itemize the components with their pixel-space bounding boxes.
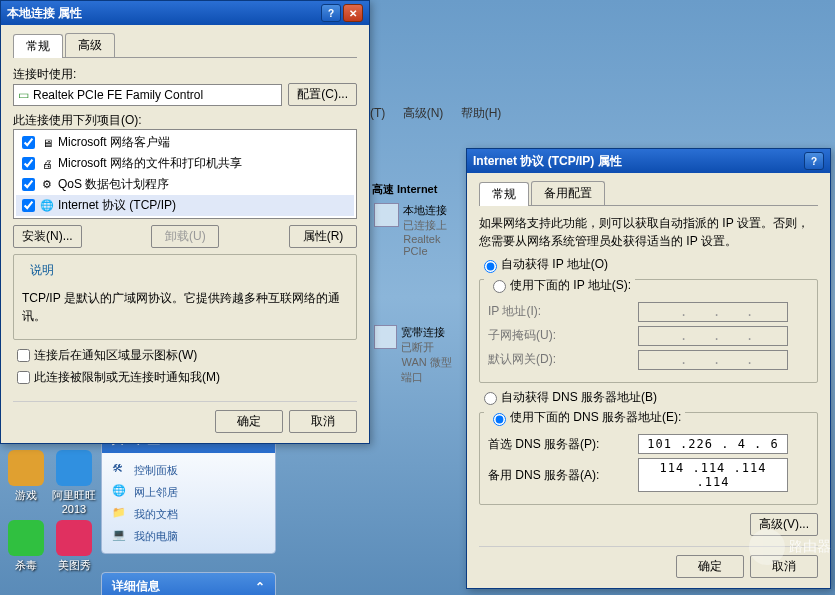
connection-icon	[374, 203, 399, 227]
documents-icon: 📁	[112, 506, 128, 522]
notify-checkbox-row[interactable]: 连接后在通知区域显示图标(W)	[13, 346, 357, 365]
sidebar-link-control-panel[interactable]: 🛠控制面板	[112, 459, 265, 481]
desktop-icon-label: 美图秀	[52, 558, 96, 573]
network-item[interactable]: 🖨Microsoft 网络的文件和打印机共享	[16, 153, 354, 174]
item-checkbox[interactable]	[22, 178, 35, 191]
sidebar-link-computer[interactable]: 💻我的电脑	[112, 525, 265, 547]
desktop-icon[interactable]: 美图秀	[52, 520, 96, 573]
connection-item[interactable]: 宽带连接 已断开 WAN 微型端口	[370, 321, 465, 389]
sidebar-details: 详细信息 ⌃	[101, 572, 276, 595]
connection-status: 已断开	[401, 340, 461, 355]
sidebar-title: 详细信息	[112, 578, 160, 595]
network-item[interactable]: ⚙QoS 数据包计划程序	[16, 174, 354, 195]
sidebar-other-places: 其它位置 ⌃ 🛠控制面板 🌐网上邻居 📁我的文档 💻我的电脑	[101, 425, 276, 554]
ip-auto-label: 自动获得 IP 地址(O)	[501, 256, 608, 273]
tcpip-properties-dialog: Internet 协议 (TCP/IP) 属性 ? 常规 备用配置 如果网络支持…	[466, 148, 831, 589]
description-title: 说明	[26, 262, 58, 279]
limited-checkbox-row[interactable]: 此连接被限制或无连接时通知我(M)	[13, 368, 357, 387]
item-checkbox[interactable]	[22, 199, 35, 212]
item-checkbox[interactable]	[22, 136, 35, 149]
cancel-button[interactable]: 取消	[289, 410, 357, 433]
protocol-icon: 🌐	[39, 198, 55, 214]
tab-alternate[interactable]: 备用配置	[531, 181, 605, 205]
desktop-icon[interactable]: 阿里旺旺2013	[52, 450, 96, 515]
watermark-text: 路由器	[789, 538, 831, 556]
configure-button[interactable]: 配置(C)...	[288, 83, 357, 106]
tab-general[interactable]: 常规	[13, 34, 63, 58]
tab-advanced[interactable]: 高级	[65, 33, 115, 57]
ip-manual-label: 使用下面的 IP 地址(S):	[510, 277, 631, 294]
sidebar-header[interactable]: 详细信息 ⌃	[102, 573, 275, 595]
connections-header: 高速 Internet	[370, 180, 465, 199]
adapter-field: ▭ Realtek PCIe FE Family Control	[13, 84, 282, 106]
install-button[interactable]: 安装(N)...	[13, 225, 82, 248]
sidebar-link-label: 控制面板	[134, 463, 178, 478]
network-item[interactable]: 🖥Microsoft 网络客户端	[16, 132, 354, 153]
local-connection-properties-dialog: 本地连接 属性 ? ✕ 常规 高级 连接时使用: ▭ Realtek PCIe …	[0, 0, 370, 444]
close-button[interactable]: ✕	[343, 4, 363, 22]
ip-auto-row[interactable]: 自动获得 IP 地址(O)	[479, 256, 818, 273]
connection-icon	[374, 325, 397, 349]
uninstall-button[interactable]: 卸载(U)	[151, 225, 219, 248]
description-text: TCP/IP 是默认的广域网协议。它提供跨越多种互联网络的通讯。	[22, 289, 348, 325]
ip-address-input: . . .	[638, 302, 788, 322]
network-items-list[interactable]: 🖥Microsoft 网络客户端 🖨Microsoft 网络的文件和打印机共享 …	[13, 129, 357, 219]
service-icon: 🖨	[39, 156, 55, 172]
adapter-icon: ▭	[18, 88, 29, 102]
dns2-input[interactable]: 114 .114 .114 .114	[638, 458, 788, 492]
ip-manual-radio[interactable]	[493, 280, 506, 293]
sidebar-link-documents[interactable]: 📁我的文档	[112, 503, 265, 525]
item-checkbox[interactable]	[22, 157, 35, 170]
connection-item[interactable]: 本地连接 已连接上 Realtek PCIe	[370, 199, 465, 261]
titlebar[interactable]: Internet 协议 (TCP/IP) 属性 ?	[467, 149, 830, 173]
dns1-input[interactable]: 101 .226 . 4 . 6	[638, 434, 788, 454]
menu-item[interactable]: 高级(N)	[403, 106, 444, 120]
notify-checkbox[interactable]	[17, 349, 30, 362]
network-icon: 🌐	[112, 484, 128, 500]
help-button[interactable]: ?	[321, 4, 341, 22]
dns-manual-radio[interactable]	[493, 413, 506, 426]
game-icon	[8, 450, 44, 486]
menu-item[interactable]: 帮助(H)	[461, 106, 502, 120]
desktop-icon-label: 游戏	[4, 488, 48, 503]
ok-button[interactable]: 确定	[215, 410, 283, 433]
properties-button[interactable]: 属性(R)	[289, 225, 357, 248]
connections-panel: 高速 Internet 本地连接 已连接上 Realtek PCIe 宽带连接 …	[370, 180, 465, 389]
tabs: 常规 高级	[13, 33, 357, 58]
help-button[interactable]: ?	[804, 152, 824, 170]
sidebar-link-label: 我的文档	[134, 507, 178, 522]
tab-general[interactable]: 常规	[479, 182, 529, 206]
titlebar[interactable]: 本地连接 属性 ? ✕	[1, 1, 369, 25]
wangwang-icon	[56, 450, 92, 486]
client-icon: 🖥	[39, 135, 55, 151]
desktop-icon[interactable]: 杀毒	[4, 520, 48, 573]
tabs: 常规 备用配置	[479, 181, 818, 206]
connection-status: 已连接上	[403, 218, 461, 233]
dns-auto-radio[interactable]	[484, 392, 497, 405]
dialog-title: 本地连接 属性	[7, 5, 82, 22]
desktop-icon[interactable]: 游戏	[4, 450, 48, 503]
menu-item[interactable]: (T)	[370, 106, 385, 120]
dns-auto-row[interactable]: 自动获得 DNS 服务器地址(B)	[479, 389, 818, 406]
collapse-icon[interactable]: ⌃	[255, 580, 265, 594]
sidebar-link-network[interactable]: 🌐网上邻居	[112, 481, 265, 503]
connection-device: Realtek PCIe	[403, 233, 461, 257]
menubar: (T) 高级(N) 帮助(H)	[370, 105, 515, 122]
desktop-icon-label: 阿里旺旺2013	[52, 488, 96, 515]
qos-icon: ⚙	[39, 177, 55, 193]
connection-name: 本地连接	[403, 203, 461, 218]
intro-text: 如果网络支持此功能，则可以获取自动指派的 IP 设置。否则，您需要从网络系统管理…	[479, 214, 818, 250]
notify-label: 连接后在通知区域显示图标(W)	[34, 347, 197, 364]
network-item-selected[interactable]: 🌐Internet 协议 (TCP/IP)	[16, 195, 354, 216]
desktop-icon-label: 杀毒	[4, 558, 48, 573]
ip-manual-row[interactable]: 使用下面的 IP 地址(S):	[484, 277, 635, 294]
antivirus-icon	[8, 520, 44, 556]
dns-manual-label: 使用下面的 DNS 服务器地址(E):	[510, 409, 681, 426]
ip-auto-radio[interactable]	[484, 260, 497, 273]
dns-manual-row[interactable]: 使用下面的 DNS 服务器地址(E):	[484, 409, 685, 426]
adapter-name: Realtek PCIe FE Family Control	[33, 88, 203, 102]
limited-checkbox[interactable]	[17, 371, 30, 384]
connection-device: WAN 微型端口	[401, 355, 461, 385]
computer-icon: 💻	[112, 528, 128, 544]
ok-button[interactable]: 确定	[676, 555, 744, 578]
